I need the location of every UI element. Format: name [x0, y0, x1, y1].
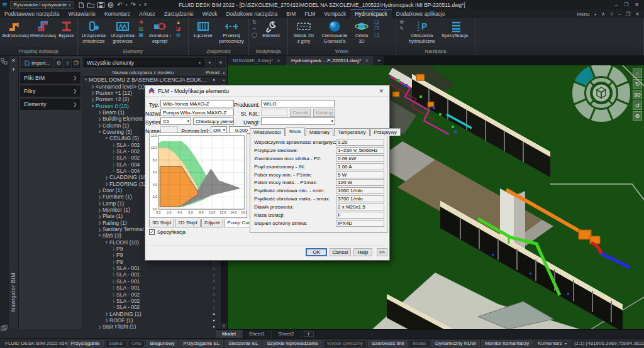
status-toggle-button[interactable]: Monitor komentarzy	[481, 340, 533, 347]
tree-chevron-icon[interactable]: ▼	[90, 104, 96, 108]
menu-caret-icon[interactable]: ▾	[594, 12, 596, 16]
tree-chevron-icon[interactable]: ❯	[90, 84, 96, 89]
tree-chevron-icon[interactable]: ├	[111, 150, 116, 153]
status-toggle-button[interactable]: Biegunowy	[146, 340, 178, 347]
producent-field[interactable]: WILO	[261, 100, 335, 107]
doc-close-icon[interactable]: ✕	[635, 11, 640, 17]
ribbon-tab[interactable]: Zarządzanie	[160, 9, 198, 18]
grid-small-icon[interactable]: ▦	[139, 33, 144, 38]
tree-row[interactable]: ├ SLA - 002 ○	[82, 291, 221, 297]
valve-small-icon[interactable]: ✱	[139, 20, 143, 25]
layout-tab[interactable]: Sheet1	[243, 330, 272, 338]
tree-row[interactable]: ❯ LANDING (1) ●	[82, 310, 221, 317]
property-value[interactable]: 3700 1/min	[336, 195, 384, 202]
tree-row[interactable]: ├ SLA - 001 ○	[82, 278, 221, 285]
close-tab-icon[interactable]: ✕	[365, 58, 369, 63]
ribbon-tab[interactable]: BIM	[282, 9, 300, 18]
typ-field[interactable]: Wilo-Yonos MAXO-Z	[160, 100, 234, 107]
ribbon-tab[interactable]: Podstawowe narzędzia	[0, 9, 64, 18]
visibility-dot-icon[interactable]: ○	[207, 292, 221, 296]
chart-tab[interactable]: Zdjęcie	[201, 219, 224, 227]
tree-chevron-icon[interactable]: └	[111, 169, 116, 173]
polyline-small-icon[interactable]: ⌐	[253, 26, 256, 31]
tools-small-icon[interactable]: ⚒	[399, 20, 404, 25]
tree-chevron-icon[interactable]: ├	[111, 273, 116, 276]
cube-3-icon[interactable]: ❑	[374, 33, 379, 38]
visibility-dot-icon[interactable]: ○	[207, 286, 221, 290]
tree-chevron-icon[interactable]: ❯	[90, 97, 96, 102]
boiler-small-icon[interactable]: ▲	[176, 20, 181, 25]
tree-chevron-icon[interactable]: ❯	[97, 325, 103, 329]
status-toggle-button[interactable]: Wybór cykliczny	[323, 340, 367, 347]
rotate-small-icon[interactable]: ↻	[252, 20, 257, 25]
publish-icon[interactable]	[108, 2, 114, 8]
collapse-ribbon-icon[interactable]: ∧	[601, 11, 605, 17]
redo-icon[interactable]: ↷	[131, 2, 136, 8]
navigator-section[interactable]: Filtry ❯	[20, 85, 80, 97]
new-document-tab-button[interactable]: +	[374, 56, 384, 65]
menu-button[interactable]: Menu	[577, 11, 589, 17]
view-tool-button[interactable]: ↺	[633, 101, 642, 110]
tank-small-icon[interactable]: ◍	[176, 33, 180, 38]
visibility-dot-icon[interactable]: ○	[207, 273, 221, 277]
property-value[interactable]: 120 W	[336, 179, 384, 186]
edit-small-icon[interactable]: ✎	[399, 26, 404, 31]
close-tab-icon[interactable]: ✕	[277, 58, 280, 63]
property-tab[interactable]: Temperatury	[334, 128, 369, 136]
obliczenia-button[interactable]: P Obliczenia hydrauliczne	[406, 19, 438, 44]
ribbon-tab[interactable]: Dodatkowe aplikacje	[392, 9, 450, 18]
tree-chevron-icon[interactable]: ├	[111, 280, 116, 283]
pin-icon[interactable]: Ŧ	[12, 67, 15, 72]
tree-row[interactable]: ├ SLA - 001 ○	[82, 285, 221, 291]
tree-chevron-icon[interactable]: ▼	[104, 241, 109, 244]
layout-tab[interactable]: Sheet2	[272, 330, 301, 338]
property-value[interactable]: 1.00 A	[336, 163, 384, 170]
help-icon[interactable]: ?	[610, 11, 613, 17]
undo-caret-icon[interactable]: ▾	[126, 3, 128, 7]
ribbon-tab[interactable]: Komentarz	[100, 9, 135, 18]
tree-chevron-icon[interactable]: ❯	[97, 201, 103, 205]
tree-chevron-icon[interactable]: ├	[111, 163, 116, 166]
add-layout-button[interactable]: +	[304, 331, 314, 337]
more-button[interactable]: >>	[377, 248, 387, 256]
stkat-field[interactable]	[261, 109, 287, 116]
cube-2-icon[interactable]: ❐	[374, 26, 379, 31]
property-value[interactable]: IPX4D	[336, 220, 384, 227]
dialog-close-icon[interactable]: ✕	[376, 88, 386, 94]
view-tool-button[interactable]: ⚙	[633, 111, 642, 121]
system-select[interactable]: C1	[160, 117, 191, 125]
ribbon-tab[interactable]: Arkusz	[135, 9, 160, 18]
document-tab[interactable]: Hydronicpack ...P-220511.dwg* ✕	[286, 56, 374, 65]
redo-caret-icon[interactable]: ▾	[139, 3, 141, 7]
tree-chevron-icon[interactable]: ├	[111, 286, 116, 290]
visibility-dot-icon[interactable]: ○	[207, 279, 221, 283]
view-tool-button[interactable]: ↻	[633, 79, 642, 89]
urzadzenia-grzewcze-button[interactable]: Urządzenia grzewcze	[108, 19, 137, 44]
filter-button[interactable]: ◐	[206, 58, 214, 67]
status-toggle-button[interactable]: Przyciąganie	[67, 340, 104, 347]
fitting-small-icon[interactable]: ▤	[139, 26, 144, 31]
wielorurowa-button[interactable]: Wielorurową	[29, 19, 57, 39]
status-toggle-button[interactable]: Szerokość linii	[368, 340, 408, 347]
settings-gear-button[interactable]: ⚙	[55, 59, 62, 68]
status-toggle-button[interactable]: Model	[409, 340, 430, 347]
scroll-up-icon[interactable]: ▲	[221, 71, 227, 75]
dock-button[interactable]: ❐	[72, 59, 80, 68]
tree-chevron-icon[interactable]: ❯	[104, 318, 109, 322]
comment-dropdown[interactable]: Komentarz ▾	[534, 340, 570, 347]
tree-chevron-icon[interactable]: ❯	[97, 195, 103, 199]
tree-chevron-icon[interactable]: ▼	[97, 130, 103, 134]
tree-chevron-icon[interactable]: ├	[111, 247, 116, 251]
status-toggle-button[interactable]: Śledzenie EL	[225, 340, 262, 347]
tree-chevron-icon[interactable]: ❯	[104, 312, 109, 316]
property-value[interactable]: 1~230 V, 50/60Hz	[336, 147, 384, 154]
cieniowanie-button[interactable]: Cieniowanie Gouraud'a	[318, 19, 351, 44]
ribbon-tab[interactable]: Hydronicpack	[350, 9, 392, 18]
specyfikacja-button[interactable]: Specyfikacja	[438, 19, 471, 39]
property-value[interactable]: 0.09 kW	[336, 155, 384, 162]
column-show[interactable]: Pokaż	[204, 70, 221, 75]
structure-icon[interactable]	[1, 58, 8, 65]
list-view-button[interactable]: ≡	[216, 58, 225, 67]
property-value[interactable]: 1000 1/min	[336, 187, 384, 194]
tree-chevron-icon[interactable]: ❯	[97, 227, 103, 232]
